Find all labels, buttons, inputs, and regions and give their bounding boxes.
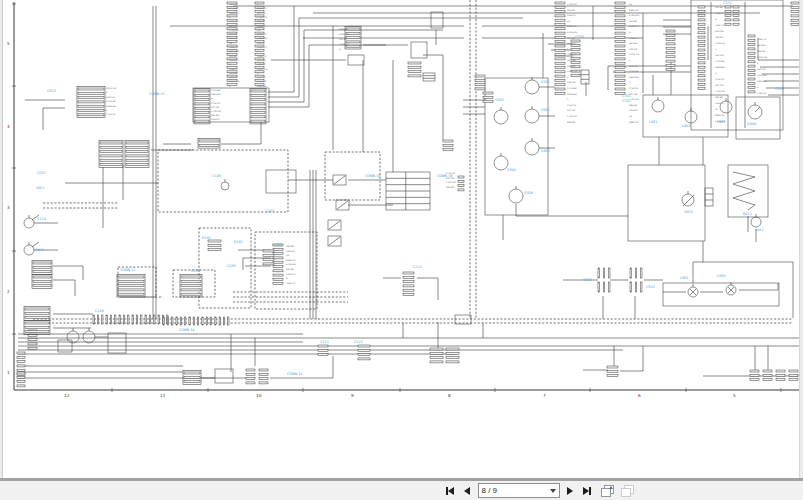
pdf-viewer-window: { "toolbar": { "page_field": "8 / 9" }, … — [0, 0, 803, 500]
next-page-button[interactable] — [564, 484, 577, 498]
wire-code-text: 109-RD — [757, 50, 765, 53]
connector-pin — [443, 149, 453, 151]
blue-link-label[interactable]: K201 — [202, 236, 211, 240]
connector-pin — [145, 315, 146, 324]
wire-code-text: F710-GN — [229, 29, 239, 32]
connector-pin — [750, 379, 759, 381]
blue-link-label[interactable]: C108 — [212, 174, 221, 178]
blue-link-label[interactable]: C122 — [354, 340, 363, 344]
blue-link-label[interactable]: C206 — [191, 269, 200, 273]
connector-pin — [202, 317, 203, 325]
connector-pin — [571, 49, 580, 51]
blue-link-label[interactable]: CONN 15 — [365, 174, 381, 178]
wire-code-text: 301-BK — [629, 20, 637, 23]
wire-code-text: 993-BR — [715, 96, 723, 99]
connector-pin — [28, 347, 37, 349]
connector-pin — [791, 6, 799, 8]
blue-link-label[interactable]: L402 — [682, 124, 690, 128]
connector-pin — [149, 315, 150, 324]
connector-pin — [555, 88, 565, 90]
connector-pin — [598, 268, 599, 278]
chevron-down-icon[interactable] — [550, 489, 556, 493]
wire-code-text: C453-YL — [567, 14, 577, 17]
connector-pin — [100, 142, 122, 144]
grid-row-label: 4 — [7, 124, 10, 129]
component-circle — [494, 110, 508, 124]
wire-code-text: 150-GN — [715, 54, 724, 57]
wire-code-text: 4 — [629, 59, 631, 62]
connector-pin — [430, 348, 443, 350]
connector-pin — [195, 120, 209, 122]
connector-pin — [666, 39, 675, 41]
blue-link-label[interactable]: S306 — [524, 191, 533, 195]
blue-link-label[interactable]: S301 — [541, 80, 550, 84]
blue-link-label[interactable]: S303 — [541, 149, 550, 153]
connector-pin — [555, 58, 565, 60]
connector-pin — [635, 282, 636, 292]
first-page-button[interactable] — [444, 484, 457, 498]
blue-link-label[interactable]: CONN 12 — [120, 268, 136, 272]
blue-link-label[interactable]: C031 — [37, 171, 46, 175]
connector-pin — [100, 151, 122, 153]
blue-link-label[interactable]: C209 — [272, 243, 281, 247]
blue-link-label[interactable]: C331 — [723, 1, 732, 5]
wire-code-text: P722-PU — [106, 113, 116, 116]
blue-link-label[interactable]: C118 — [37, 217, 46, 221]
blue-link-label[interactable]: SW-2 — [35, 248, 44, 252]
wire-code-text: G826-BU — [715, 66, 725, 69]
blue-link-label[interactable]: R411 — [743, 212, 752, 216]
wire-code-text: K896-PK — [286, 259, 296, 262]
blue-link-label[interactable]: L503 — [680, 276, 688, 280]
blue-link-label[interactable]: C140 — [95, 309, 104, 313]
connector-pin — [791, 2, 799, 4]
blue-link-label[interactable]: L504 — [717, 274, 725, 278]
connector-pin — [206, 317, 207, 325]
blue-link-label[interactable]: S410 — [684, 210, 693, 214]
blue-link-label[interactable]: C121 — [320, 340, 329, 344]
blue-link-label[interactable]: S305 — [495, 98, 504, 102]
page-number-combobox[interactable]: 8 / 9 — [478, 483, 560, 498]
connector-pin — [273, 261, 283, 263]
blue-link-label[interactable]: CONN 13 — [149, 92, 165, 96]
wire-code-text: P722-PU — [757, 92, 767, 95]
wire-code-text: P722-PU — [446, 172, 456, 175]
connector-pin — [408, 62, 421, 64]
connector-pin — [251, 99, 265, 101]
blue-link-label[interactable]: L401 — [649, 120, 657, 124]
wire — [43, 108, 65, 130]
blue-link-label[interactable]: C502 — [646, 285, 655, 289]
wire-code-text: 993-BR — [211, 114, 219, 117]
blue-link-label[interactable]: C330 — [575, 35, 584, 39]
blue-link-label[interactable]: C310 — [775, 87, 784, 91]
wire-code-text: 150-GN — [257, 76, 266, 79]
open-new-window-icon[interactable] — [601, 485, 614, 497]
connector-pin — [483, 96, 493, 98]
blue-link-label[interactable]: C207 — [265, 209, 274, 213]
wire-code-text: C453-YL — [229, 37, 239, 40]
connector-block — [194, 89, 210, 124]
blue-link-label[interactable]: K202 — [234, 240, 243, 244]
blue-link-label[interactable]: CONN 14 — [179, 328, 195, 332]
component-circle — [525, 141, 539, 155]
last-page-button[interactable] — [581, 484, 594, 498]
blue-link-label[interactable]: C205 — [227, 264, 236, 268]
wire-code-text: 307-OR — [629, 93, 638, 96]
blue-link-label[interactable]: S304 — [507, 168, 516, 172]
blue-link-label[interactable]: C211 — [413, 265, 422, 269]
blue-link-label[interactable]: S412 — [755, 228, 764, 232]
connector-pin — [555, 67, 565, 69]
connector-pin — [615, 58, 625, 60]
connector-pin — [176, 317, 177, 325]
blue-link-label[interactable]: C501 — [583, 278, 592, 282]
connector-pin — [733, 23, 739, 25]
blue-link-label[interactable]: SW-1 — [36, 186, 45, 190]
connector-pin — [167, 317, 168, 325]
blue-link-label[interactable]: S302 — [541, 108, 550, 112]
connector-pin — [748, 44, 755, 46]
connector-pin — [181, 289, 201, 291]
component-box — [728, 165, 768, 217]
previous-page-button[interactable] — [461, 484, 474, 498]
blue-link-label[interactable]: C013 — [47, 89, 56, 93]
blue-link-label[interactable]: G404 — [747, 122, 756, 126]
blue-link-label[interactable]: CONN 11 — [287, 372, 303, 376]
